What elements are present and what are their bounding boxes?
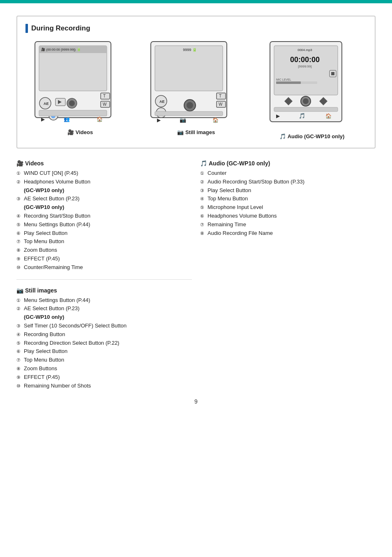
list-item: ⑩ Counter/Remaining Time <box>16 263 192 272</box>
svg-text:▶: ▶ <box>157 117 161 123</box>
list-item: ③ Self Timer (10 Seconds/OFF) Select But… <box>16 322 192 330</box>
page-content: During Recording 🎥 (00:00:00 [9999:99]) … <box>0 3 392 421</box>
video-device-label: 🎥 Videos <box>67 129 93 135</box>
svg-text:AE: AE <box>44 102 49 106</box>
list-item: ① Counter <box>200 169 376 178</box>
list-item: ⑩ Remaining Number of Shots <box>16 382 192 390</box>
ann-list-videos: ① WIND CUT [ON] (P.45) ② Headphones Volu… <box>16 169 192 272</box>
annotations-section: 🎥 Videos ① WIND CUT [ON] (P.45) ② Headph… <box>16 160 376 390</box>
svg-text:▶: ▶ <box>41 116 45 122</box>
device-diagram-audio: 0004.mp3 00:00:00 [9999:99] MIC LEVEL <box>257 39 367 139</box>
still-device-svg: 9999 🔋 AE ⏱10 T W <box>149 39 243 126</box>
list-item: ⑧ Zoom Buttons <box>16 364 192 373</box>
list-item: ⑧ Audio Recording File Name <box>200 229 376 238</box>
list-item: ⑦ Top Menu Button <box>16 356 192 364</box>
list-item: ⑥ Headphones Volume Buttons <box>200 212 376 220</box>
list-item: ⑤ Menu Settings Button (P.44) <box>16 220 192 229</box>
list-item: ② Audio Recording Start/Stop Button (P.3… <box>200 178 376 186</box>
svg-text:📷: 📷 <box>180 116 187 123</box>
svg-point-50 <box>303 98 309 104</box>
audio-device-svg: 0004.mp3 00:00:00 [9999:99] MIC LEVEL <box>268 39 356 130</box>
ann-heading-still: 📷 Still images <box>16 287 192 294</box>
ann-heading-videos: 🎥 Videos <box>16 160 192 167</box>
page-number: 9 <box>16 398 376 405</box>
svg-rect-21 <box>155 46 223 91</box>
list-item: ⑨ EFFECT (P.45) <box>16 255 192 263</box>
list-item: ② AE Select Button (P.23)(GC-WP10 only) <box>16 304 192 322</box>
during-recording-title: During Recording <box>31 24 90 32</box>
list-item: ② Headphones Volume Button(GC-WP10 only) <box>16 178 192 195</box>
video-icon: 🎥 <box>67 129 74 135</box>
still-device-label: 📷 Still images <box>177 129 215 135</box>
svg-rect-43 <box>331 72 334 75</box>
svg-text:🎵: 🎵 <box>299 112 306 119</box>
list-item: ① WIND CUT [ON] (P.45) <box>16 169 192 178</box>
list-item: ⑤ Recording Direction Select Button (P.2… <box>16 339 192 348</box>
svg-text:▶: ▶ <box>276 113 280 119</box>
svg-text:🏠: 🏠 <box>325 113 332 119</box>
ann-videos-icon: 🎥 <box>16 160 23 167</box>
svg-text:W: W <box>103 102 107 107</box>
svg-text:0004.mp3: 0004.mp3 <box>297 48 312 52</box>
ann-heading-audio: 🎵 Audio (GC-WP10 only) <box>200 160 376 167</box>
svg-text:00:00:00: 00:00:00 <box>290 56 319 64</box>
list-item: ③ Play Select Button <box>200 186 376 195</box>
list-item: ④ Recording Start/Stop Button <box>16 212 192 220</box>
device-diagram-still: 9999 🔋 AE ⏱10 T W <box>141 39 251 135</box>
section-title-bar: During Recording <box>25 24 367 33</box>
svg-rect-16 <box>39 110 107 116</box>
svg-text:T: T <box>219 94 221 98</box>
list-item: ⑧ Zoom Buttons <box>16 246 192 255</box>
ann-audio-icon: 🎵 <box>200 160 207 167</box>
svg-text:👥: 👥 <box>64 116 70 122</box>
diagrams-row: 🎥 (00:00:00 [9999:99]) 🔋 AE T W <box>25 39 367 139</box>
svg-rect-38 <box>274 46 338 95</box>
audio-device-label: 🎵 Audio (GC-WP10 only) <box>279 133 345 139</box>
svg-rect-51 <box>274 107 338 111</box>
list-item: ④ Recording Button <box>16 330 192 339</box>
device-diagram-video: 🎥 (00:00:00 [9999:99]) 🔋 AE T W <box>25 39 135 135</box>
ann-col-right: 🎵 Audio (GC-WP10 only) ① Counter ② Audio… <box>200 160 376 390</box>
list-item: ⑦ Remaining Time <box>200 220 376 229</box>
audio-icon: 🎵 <box>279 133 286 139</box>
svg-text:MIC LEVEL: MIC LEVEL <box>276 78 291 81</box>
list-item: ③ AE Select Button (P.23)(GC‑WP10 only) <box>16 195 192 212</box>
svg-text:[9999:99]: [9999:99] <box>298 65 311 68</box>
svg-rect-33 <box>155 111 223 116</box>
svg-text:🏠: 🏠 <box>212 117 219 123</box>
list-item: ① Menu Settings Button (P.44) <box>16 296 192 305</box>
ann-list-still: ① Menu Settings Button (P.44) ② AE Selec… <box>16 296 192 390</box>
svg-point-13 <box>69 100 75 106</box>
svg-text:AE: AE <box>159 100 165 104</box>
list-item: ④ Top Menu Button <box>200 195 376 203</box>
during-recording-box: During Recording 🎥 (00:00:00 [9999:99]) … <box>16 16 376 149</box>
svg-rect-46 <box>276 81 301 84</box>
ann-col-left: 🎥 Videos ① WIND CUT [ON] (P.45) ② Headph… <box>16 160 200 390</box>
ann-list-audio: ① Counter ② Audio Recording Start/Stop B… <box>200 169 376 237</box>
video-device-svg: 🎥 (00:00:00 [9999:99]) 🔋 AE T W <box>33 39 127 126</box>
list-item: ⑥ Play Select Button <box>16 229 192 238</box>
svg-text:🏠: 🏠 <box>97 116 103 122</box>
svg-text:T: T <box>103 94 106 98</box>
top-bar <box>0 0 392 3</box>
svg-text:🎥 (00:00:00 [9999:99]) 🔋: 🎥 (00:00:00 [9999:99]) 🔋 <box>41 47 81 51</box>
svg-point-28 <box>187 102 193 109</box>
still-icon: 📷 <box>177 129 184 135</box>
sep-line <box>16 279 192 280</box>
blue-accent-bar <box>25 24 28 33</box>
svg-text:W: W <box>219 102 223 107</box>
list-item: ⑦ Top Menu Button <box>16 237 192 246</box>
list-item: ⑥ Play Select Button <box>16 347 192 356</box>
list-item: ⑨ EFFECT (P.45) <box>16 373 192 382</box>
svg-text:9999 🔋: 9999 🔋 <box>183 47 197 52</box>
ann-still-icon: 📷 <box>16 287 23 294</box>
list-item: ⑤ Microphone Input Level <box>200 203 376 212</box>
